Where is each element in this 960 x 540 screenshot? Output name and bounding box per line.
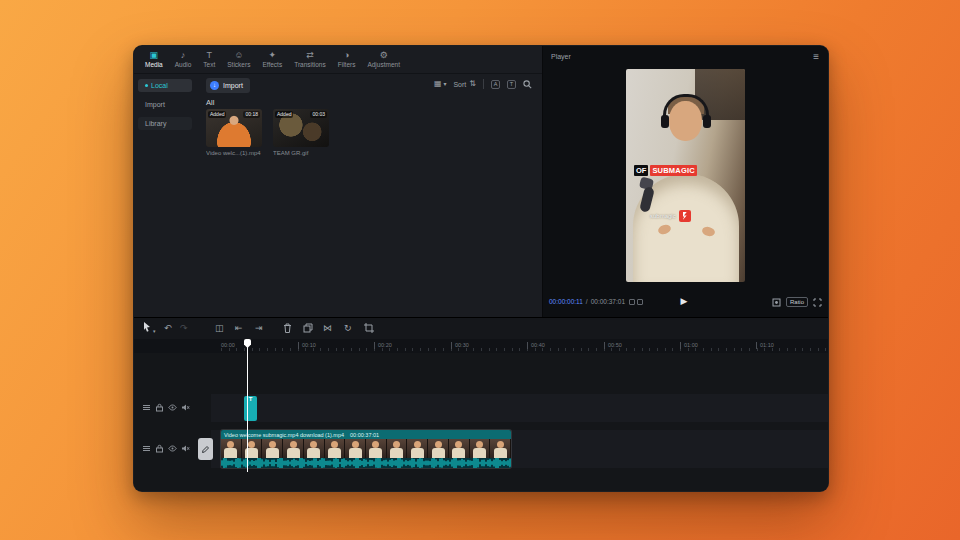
visibility-icon[interactable] (168, 444, 177, 453)
display-option-icons (629, 299, 643, 305)
player-controls: 00:00:00:11 / 00:00:37:01 ▶ Ratio (543, 295, 828, 309)
sidebar-item-library[interactable]: Library (138, 117, 192, 130)
redo-icon[interactable]: ↷ (180, 322, 188, 334)
sort-label[interactable]: Sort (453, 81, 466, 88)
delete-right-icon[interactable]: ⇥ (255, 322, 263, 334)
added-badge: Added (275, 111, 293, 118)
display-option-icon-a[interactable] (629, 299, 635, 305)
waveform-svg (221, 458, 511, 468)
sort-icon[interactable]: ⇅ (469, 79, 476, 89)
grid-view-icon[interactable]: ▦ (434, 79, 442, 89)
player-menu-icon[interactable]: ≡ (813, 51, 819, 62)
filter-t-icon[interactable]: T (507, 80, 516, 89)
lock-icon[interactable] (155, 403, 164, 412)
rotate-icon[interactable]: ↻ (344, 322, 352, 334)
tab-audio[interactable]: ♪Audio (170, 47, 197, 73)
ruler-label: 00:10 (298, 342, 316, 349)
timeline-panel: ▾ ↶ ↷ ◫ ⇤ ⇥ ⋈ ↻ 00:00 00:10 00:20 00:30 … (134, 317, 828, 492)
ruler-label: 00:20 (374, 342, 392, 349)
ruler-label: 01:10 (756, 342, 774, 349)
desktop-background: ▣Media ♪Audio TText ☺Stickers ✦Effects ⇄… (0, 0, 960, 540)
text-icon: T (207, 50, 213, 60)
import-button[interactable]: ↓ Import (206, 78, 250, 93)
waveform-path (222, 458, 510, 468)
media-icon: ▣ (150, 50, 159, 60)
media-view-controls: ▦ ▾ Sort ⇅ A T (434, 79, 532, 89)
bullet-icon (145, 84, 148, 87)
clip-duration: 00:00:37:01 (350, 432, 379, 438)
current-time: 00:00:00:11 (549, 298, 583, 305)
track-options-icon[interactable] (142, 403, 151, 412)
select-cursor-icon[interactable] (142, 321, 152, 333)
transitions-icon: ⇄ (306, 50, 314, 60)
text-track-lane[interactable] (211, 394, 828, 422)
mirror-icon[interactable]: ⋈ (323, 322, 332, 334)
delete-left-icon[interactable]: ⇤ (235, 322, 243, 334)
divider (483, 79, 484, 89)
player-panel: Player ≡ OF SUBMAGIC submagic (543, 46, 828, 317)
media-item-name: Video welc...(1).mp4 (206, 150, 264, 156)
sidebar-item-import[interactable]: Import (138, 98, 192, 111)
adjustment-icon: ⚙ (380, 50, 388, 60)
timecode-display: 00:00:00:11 / 00:00:37:01 (549, 298, 625, 305)
media-panel: ▣Media ♪Audio TText ☺Stickers ✦Effects ⇄… (134, 46, 543, 317)
player-right-controls: Ratio (772, 297, 822, 307)
tab-effects[interactable]: ✦Effects (257, 47, 287, 73)
visibility-icon[interactable] (168, 403, 177, 412)
chevron-down-icon[interactable]: ▾ (443, 79, 446, 89)
media-tabbar: ▣Media ♪Audio TText ☺Stickers ✦Effects ⇄… (134, 46, 542, 74)
brand-row: submagic (650, 210, 691, 222)
tab-text[interactable]: TText (198, 47, 220, 73)
mute-icon[interactable] (181, 444, 190, 453)
snapshot-icon[interactable] (772, 298, 781, 307)
ruler-label: 00:50 (604, 342, 622, 349)
ruler-label: 01:00 (680, 342, 698, 349)
track-options-icon[interactable] (142, 444, 151, 453)
video-editor-window: ▣Media ♪Audio TText ☺Stickers ✦Effects ⇄… (133, 45, 829, 492)
tab-filters[interactable]: ◑Filters (333, 47, 361, 73)
copy-icon[interactable] (303, 323, 313, 333)
headphone-cup-right (703, 115, 711, 128)
brand-text: submagic (650, 213, 676, 219)
fullscreen-icon[interactable] (813, 298, 822, 307)
mute-icon[interactable] (181, 403, 190, 412)
search-icon[interactable] (523, 80, 532, 89)
filmstrip (221, 439, 511, 458)
headphone-cup-left (661, 115, 669, 128)
ruler-label: 00:30 (451, 342, 469, 349)
playhead-line[interactable] (247, 339, 248, 472)
video-clip[interactable]: Video welcome submagic.mp4 download (1).… (221, 430, 511, 468)
video-preview[interactable]: OF SUBMAGIC submagic (626, 69, 745, 282)
media-item-gif[interactable]: Added 00:03 (273, 109, 329, 147)
tab-adjustment[interactable]: ⚙Adjustment (362, 47, 405, 73)
display-option-icon-b[interactable] (637, 299, 643, 305)
ruler-label: 00:00 (221, 342, 235, 349)
timeline-ruler[interactable]: 00:00 00:10 00:20 00:30 00:40 00:50 01:0… (134, 339, 828, 353)
timeline-toolbar: ▾ ↶ ↷ ◫ ⇤ ⇥ ⋈ ↻ (134, 318, 828, 340)
tab-transitions[interactable]: ⇄Transitions (289, 47, 331, 73)
tab-stickers[interactable]: ☺Stickers (222, 47, 255, 73)
play-button[interactable]: ▶ (681, 296, 688, 306)
total-duration: 00:00:37:01 (591, 298, 625, 305)
clip-label-bar: Video welcome submagic.mp4 download (1).… (221, 430, 511, 439)
undo-icon[interactable]: ↶ (164, 322, 172, 334)
audio-waveform (221, 458, 511, 468)
crop-icon[interactable] (364, 323, 374, 333)
ratio-button[interactable]: Ratio (786, 297, 808, 307)
cursor-chevron-icon[interactable]: ▾ (153, 325, 156, 337)
import-arrow-icon: ↓ (210, 81, 219, 90)
sidebar-item-local[interactable]: Local (138, 79, 192, 92)
edit-cover-button[interactable] (198, 438, 213, 460)
duration-badge: 00:18 (243, 111, 260, 118)
tab-media[interactable]: ▣Media (140, 47, 168, 73)
stickers-icon: ☺ (234, 50, 243, 60)
delete-icon[interactable] (283, 323, 292, 334)
lock-icon[interactable] (155, 444, 164, 453)
submagic-logo-icon (679, 210, 691, 222)
media-item-video[interactable]: Added 00:18 (206, 109, 262, 147)
filter-a-icon[interactable]: A (491, 80, 500, 89)
duration-badge: 00:03 (310, 111, 327, 118)
section-all-label: All (206, 98, 214, 107)
split-icon[interactable]: ◫ (215, 322, 224, 334)
text-clip[interactable]: T (244, 396, 257, 421)
